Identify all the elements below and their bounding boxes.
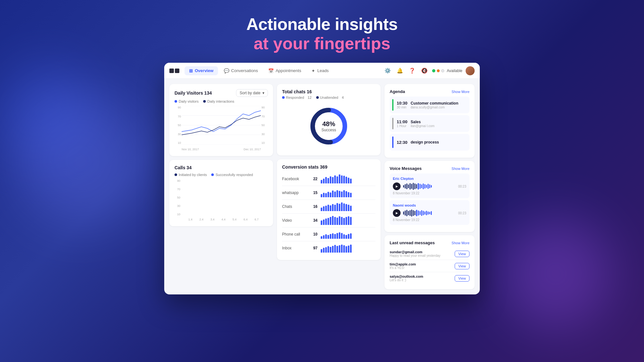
legend-unattended-dot bbox=[316, 96, 319, 99]
logo-sq-2 bbox=[175, 69, 179, 73]
whatsapp-bars bbox=[321, 188, 375, 197]
phone-bars bbox=[321, 230, 375, 239]
voice-duration-2: 00:23 bbox=[458, 211, 466, 215]
legend-dot-blue2 bbox=[211, 173, 214, 176]
daily-visitors-title: Daily Visitors 134 bbox=[175, 90, 212, 96]
play-button-1[interactable]: ▶ bbox=[393, 182, 401, 190]
logo-sq-1 bbox=[169, 69, 174, 73]
settings-icon[interactable]: ⚙️ bbox=[383, 66, 392, 75]
hero-subtitle: at your fingertips bbox=[246, 34, 398, 53]
agenda-header: Agenda Show More bbox=[390, 89, 469, 94]
conv-row-chats: Chats 16 bbox=[282, 200, 375, 214]
tab-appointments[interactable]: 📅 Appointments bbox=[264, 66, 306, 75]
unread-info-2: tim@apple.com It's a YES! bbox=[390, 262, 452, 270]
view-button-2[interactable]: View bbox=[455, 263, 469, 269]
agenda-bar-green bbox=[392, 99, 393, 111]
y-axis-labels-right: 9070503010 bbox=[261, 106, 268, 144]
voice-date-1: 8 November 19:22 bbox=[393, 191, 466, 195]
unread-header: Last unread messages Show More bbox=[390, 240, 469, 245]
unread-info-1: sundar@gmail.com Happy to read your emai… bbox=[390, 250, 452, 257]
status-dot-green bbox=[432, 69, 435, 72]
calls-card: Calls 34 Initiated by clients Successful… bbox=[169, 160, 273, 226]
agenda-info-2: Sales ilan@gmai l.com bbox=[411, 120, 467, 128]
notifications-icon[interactable]: 🔔 bbox=[395, 66, 404, 75]
calls-header: Calls 34 bbox=[175, 165, 268, 170]
line-chart-container: 9070503010 9070503010 bbox=[175, 106, 268, 151]
voice-messages-card: Voice Messages Show More Eric Clepton ▶ bbox=[384, 161, 475, 232]
chats-bars bbox=[321, 202, 375, 211]
right-column: Agenda Show More 10:30 30 min Customer c… bbox=[384, 84, 475, 289]
agenda-time-1: 10:30 30 min bbox=[397, 101, 407, 109]
voice-msg-1: Eric Clepton ▶ bbox=[390, 173, 469, 198]
agenda-show-more[interactable]: Show More bbox=[451, 90, 469, 94]
voice-show-more[interactable]: Show More bbox=[451, 167, 469, 171]
conversion-stats-card: Conversion stats 369 Facebook 22 bbox=[277, 159, 381, 260]
unread-item-1: sundar@gmail.com Happy to read your emai… bbox=[390, 248, 469, 260]
top-nav: ⊞ Overview 💬 Conversations 📅 Appointment… bbox=[164, 63, 480, 79]
total-chats-card: Total chats 16 Responded 12 Unattended 4 bbox=[277, 84, 381, 155]
agenda-item-3: 12:30 design process bbox=[390, 134, 469, 151]
overview-icon: ⊞ bbox=[189, 68, 193, 73]
agenda-info-3: design process bbox=[411, 140, 467, 144]
play-button-2[interactable]: ▶ bbox=[393, 209, 401, 217]
agenda-item-2: 11:00 1 Hour Sales ilan@gmai l.com bbox=[390, 115, 469, 132]
status-dot-orange bbox=[437, 69, 440, 72]
y-axis-labels: 9070503010 bbox=[175, 106, 181, 144]
user-avatar[interactable] bbox=[466, 66, 475, 75]
last-unread-card: Last unread messages Show More sundar@gm… bbox=[384, 235, 475, 289]
dashboard-body: Daily Visitors 134 Sort by date ▾ Daily … bbox=[164, 79, 480, 294]
total-chats-title: Total chats 16 bbox=[282, 89, 312, 94]
legend-dot-navy bbox=[203, 100, 206, 103]
total-chats-header: Total chats 16 bbox=[282, 89, 375, 94]
conversion-rows: Facebook 22 whatsapp bbox=[282, 172, 375, 255]
conv-row-facebook: Facebook 22 bbox=[282, 172, 375, 186]
legend-dot-navy2 bbox=[175, 173, 177, 176]
nav-tabs: ⊞ Overview 💬 Conversations 📅 Appointment… bbox=[185, 66, 382, 75]
unread-show-more[interactable]: Show More bbox=[451, 241, 469, 245]
tab-conversations[interactable]: 💬 Conversations bbox=[219, 66, 262, 75]
view-button-3[interactable]: View bbox=[455, 275, 469, 282]
chevron-down-icon: ▾ bbox=[262, 91, 264, 95]
donut-center-label: 48% Success bbox=[321, 120, 336, 132]
agenda-bar-blue bbox=[392, 136, 393, 148]
chats-legend: Responded 12 Unattended 4 bbox=[282, 96, 375, 99]
donut-chart: 48% Success bbox=[308, 105, 350, 147]
agenda-info-1: Customer communication dana.scully@gmail… bbox=[411, 101, 467, 109]
conversations-icon: 💬 bbox=[224, 68, 229, 73]
daily-visitors-legend: Daily visitors Daily interactions bbox=[175, 99, 268, 103]
legend-unattended: Unattended 4 bbox=[316, 96, 344, 99]
donut-chart-container: 48% Success bbox=[282, 102, 375, 150]
facebook-bars bbox=[321, 174, 375, 183]
conversion-stats-header: Conversion stats 369 bbox=[282, 164, 375, 170]
status-indicators: Available bbox=[432, 69, 462, 73]
nav-logo bbox=[169, 69, 179, 73]
voice-player-2: ▶ bbox=[393, 209, 466, 217]
conv-row-whatsapp: whatsapp 15 bbox=[282, 186, 375, 200]
legend-responded-dot bbox=[282, 96, 285, 99]
hero-section: Actionable insights at your fingertips bbox=[246, 14, 398, 53]
agenda-time-2: 11:00 1 Hour bbox=[397, 119, 407, 128]
mute-icon[interactable]: 🔇 bbox=[420, 66, 429, 75]
voice-sender-2: Naomi woods bbox=[393, 203, 466, 207]
dashboard-window: ⊞ Overview 💬 Conversations 📅 Appointment… bbox=[164, 63, 480, 294]
conv-row-inbox: Inbox 97 bbox=[282, 241, 375, 255]
conv-row-video: Video 34 bbox=[282, 214, 375, 227]
legend-responded: Responded 12 bbox=[282, 96, 312, 99]
bar-labels: 1.42.43.44.45.46.46.7 bbox=[182, 218, 265, 221]
left-column: Daily Visitors 134 Sort by date ▾ Daily … bbox=[169, 84, 273, 289]
hero-title: Actionable insights bbox=[246, 14, 398, 34]
sort-by-date-button[interactable]: Sort by date ▾ bbox=[236, 89, 268, 97]
agenda-title: Agenda bbox=[390, 89, 405, 94]
nav-right: ⚙️ 🔔 ❓ 🔇 Available bbox=[383, 66, 475, 75]
x-axis-labels: Nov 10, 2017 Dec 10, 2017 bbox=[182, 148, 261, 151]
conversion-stats-title: Conversion stats 369 bbox=[282, 164, 327, 170]
voice-player-1: ▶ bbox=[393, 182, 466, 190]
tab-overview[interactable]: ⊞ Overview bbox=[185, 66, 218, 75]
tab-leads[interactable]: ✦ Leads bbox=[307, 66, 333, 75]
voice-date-2: 8 November 19:22 bbox=[393, 218, 466, 222]
voice-messages-title: Voice Messages bbox=[390, 166, 421, 171]
help-icon[interactable]: ❓ bbox=[408, 66, 417, 75]
view-button-1[interactable]: View bbox=[455, 251, 469, 257]
daily-visitors-header: Daily Visitors 134 Sort by date ▾ bbox=[175, 89, 268, 97]
voice-duration-1: 00:23 bbox=[458, 185, 466, 188]
